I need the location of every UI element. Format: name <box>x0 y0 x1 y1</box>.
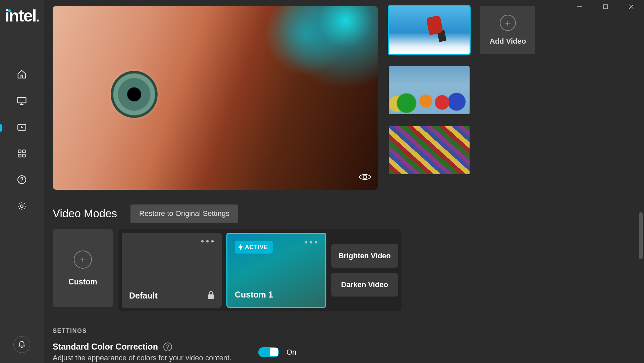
svg-rect-16 <box>208 294 214 299</box>
setting-title: Standard Color Correction <box>53 342 158 352</box>
mode-card-custom-1[interactable]: ACTIVE Custom 1 <box>226 233 326 308</box>
mode-card-default[interactable]: Default <box>122 233 222 308</box>
color-correction-toggle[interactable] <box>258 347 279 357</box>
brand-logo: •intel. <box>5 6 39 26</box>
plus-icon: ＋ <box>500 15 516 31</box>
scrollbar[interactable] <box>638 0 643 363</box>
sidebar-item-display[interactable] <box>0 96 44 107</box>
brighten-video-button[interactable]: Brighten Video <box>331 244 398 268</box>
plus-icon: ＋ <box>74 251 92 269</box>
mode-menu-icon[interactable] <box>201 240 214 242</box>
svg-point-13 <box>21 181 22 182</box>
sidebar-item-help[interactable] <box>0 175 44 186</box>
add-video-button[interactable]: ＋ Add Video <box>480 6 535 54</box>
mode-menu-icon[interactable] <box>305 241 317 243</box>
svg-rect-11 <box>22 154 25 157</box>
svg-rect-1 <box>603 5 607 9</box>
grid-icon <box>17 149 26 160</box>
restore-settings-button[interactable]: Restore to Original Settings <box>130 205 238 223</box>
thumbnail-2[interactable] <box>389 66 470 114</box>
add-video-label: Add Video <box>490 37 526 46</box>
sidebar-nav <box>0 69 44 213</box>
gear-icon <box>17 201 27 213</box>
setting-standard-color-correction: Standard Color Correction ? Adjust the a… <box>53 342 631 362</box>
window-close-button[interactable] <box>618 0 644 13</box>
setting-description: Adjust the appearance of colors for your… <box>53 354 231 362</box>
question-icon <box>17 175 27 186</box>
video-preview[interactable] <box>53 6 378 190</box>
toggle-state-label: On <box>286 348 296 357</box>
window-maximize-button[interactable] <box>592 0 618 13</box>
bell-icon <box>17 339 26 350</box>
svg-rect-4 <box>18 97 26 103</box>
svg-point-14 <box>20 205 23 208</box>
help-icon[interactable]: ? <box>163 343 172 351</box>
main-content: ＋ Add Video Video Modes Restore to Origi… <box>44 0 644 363</box>
monitor-icon <box>17 96 27 107</box>
scrollbar-thumb[interactable] <box>639 212 643 259</box>
mode-cards-group: Default ACTIVE Custom 1 Brighten Video <box>118 229 401 311</box>
sidebar: •intel. <box>0 0 44 363</box>
sidebar-item-settings[interactable] <box>0 201 44 213</box>
sidebar-item-apps[interactable] <box>0 149 44 160</box>
darken-video-button[interactable]: Darken Video <box>331 273 398 297</box>
svg-rect-8 <box>18 150 21 153</box>
video-modes-heading: Video Modes <box>53 207 117 220</box>
add-custom-mode-button[interactable]: ＋ Custom <box>53 229 113 307</box>
video-play-icon <box>17 122 27 134</box>
mode-label: Default <box>129 291 214 301</box>
add-custom-mode-label: Custom <box>68 277 97 286</box>
settings-heading: SETTINGS <box>53 327 631 334</box>
lock-icon <box>207 290 215 301</box>
window-controls <box>567 0 644 13</box>
thumbnail-1[interactable] <box>389 6 470 54</box>
notifications-button[interactable] <box>13 336 30 353</box>
window-minimize-button[interactable] <box>567 0 592 13</box>
svg-point-15 <box>363 175 367 179</box>
video-quick-actions: Brighten Video Darken Video <box>331 233 398 308</box>
mode-label: Custom 1 <box>235 290 318 300</box>
video-thumbnails <box>389 6 470 190</box>
thumbnail-3[interactable] <box>389 126 470 174</box>
sidebar-item-home[interactable] <box>0 69 44 81</box>
active-badge: ACTIVE <box>235 241 273 254</box>
sidebar-item-video[interactable] <box>0 122 44 134</box>
preview-toggle-icon[interactable] <box>359 172 371 183</box>
svg-rect-10 <box>18 154 21 157</box>
svg-rect-9 <box>22 150 25 153</box>
home-icon <box>17 69 27 81</box>
